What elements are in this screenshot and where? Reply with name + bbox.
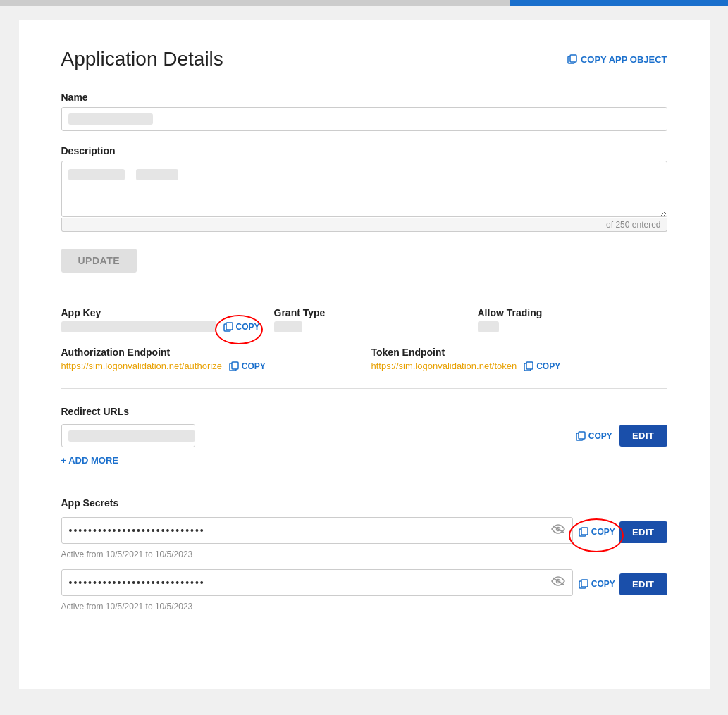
secret-2-eye-icon[interactable] [551, 576, 565, 589]
secret-1-input[interactable] [69, 518, 545, 543]
svg-rect-1 [570, 55, 576, 62]
app-info-grid: App Key COPY Grant Type [61, 307, 667, 332]
allow-trading-item: Allow Trading [478, 307, 667, 332]
secret-1-row: COPY EDIT [61, 517, 667, 547]
copy-app-object-button[interactable]: COPY APP OBJECT [567, 54, 667, 65]
svg-rect-9 [579, 432, 585, 439]
auth-endpoint-label: Authorization Endpoint [61, 347, 357, 358]
svg-rect-7 [526, 362, 533, 369]
app-secrets-section: App Secrets C [61, 480, 667, 611]
page-header: Application Details COPY APP OBJECT [61, 48, 667, 70]
auth-endpoint-item: Authorization Endpoint https://sim.logon… [61, 347, 357, 371]
desc-blurred-1 [68, 169, 125, 180]
grant-type-blurred [274, 321, 302, 332]
copy-auth-icon [229, 361, 239, 371]
edit-secret-1-button[interactable]: EDIT [619, 521, 667, 543]
svg-rect-3 [226, 323, 233, 330]
secret-1-eye-icon[interactable] [551, 524, 565, 537]
app-key-blurred [61, 321, 216, 332]
copy-token-endpoint-button[interactable]: COPY [524, 361, 560, 371]
copy-app-key-icon [223, 322, 233, 332]
token-endpoint-label: Token Endpoint [371, 347, 667, 358]
copy-app-object-icon [567, 54, 577, 64]
edit-secret-2-button[interactable]: EDIT [619, 573, 667, 595]
secret-1-actions: COPY EDIT [579, 521, 667, 543]
copy-redirect-url-button[interactable]: COPY [576, 431, 612, 441]
token-endpoint-url: https://sim.logonvalidation.net/token [371, 361, 517, 371]
description-section: Description of 250 entered [61, 145, 667, 232]
secret-2-row: COPY EDIT [61, 569, 667, 599]
copy-secret-2-button[interactable]: COPY [579, 579, 615, 589]
allow-trading-blurred [478, 321, 499, 332]
secret-1-input-wrapper [61, 517, 573, 544]
endpoint-grid: Authorization Endpoint https://sim.logon… [61, 347, 667, 371]
copy-secret-1-button[interactable]: COPY [579, 527, 615, 537]
update-button[interactable]: UPDATE [61, 249, 137, 273]
char-count: of 250 entered [61, 218, 667, 232]
app-key-section: App Key COPY Grant Type [61, 290, 667, 371]
auth-endpoint-url: https://sim.logonvalidation.net/authoriz… [61, 361, 222, 371]
add-more-redirect-button[interactable]: + ADD MORE [61, 455, 119, 466]
auth-endpoint-row: https://sim.logonvalidation.net/authoriz… [61, 361, 357, 371]
token-endpoint-item: Token Endpoint https://sim.logonvalidati… [371, 347, 667, 371]
secret-2-input-wrapper [61, 569, 573, 596]
page-title: Application Details [61, 48, 223, 70]
name-label: Name [61, 92, 667, 103]
token-endpoint-row: https://sim.logonvalidation.net/token CO… [371, 361, 667, 371]
app-secrets-label: App Secrets [61, 497, 667, 509]
svg-rect-5 [232, 362, 238, 369]
redirect-urls-section: Redirect URLs COPY EDIT + ADD MORE [61, 388, 667, 466]
copy-token-icon [524, 361, 533, 371]
copy-app-key-button[interactable]: COPY [223, 322, 260, 332]
app-key-value-row: COPY [61, 321, 260, 332]
copy-secret-2-icon [579, 579, 588, 589]
edit-redirect-url-button[interactable]: EDIT [619, 425, 667, 447]
grant-type-value-row [274, 321, 464, 332]
app-key-item: App Key COPY [61, 307, 260, 332]
secret-2-date: Active from 10/5/2021 to 10/5/2023 [61, 602, 667, 611]
secret-1-date: Active from 10/5/2021 to 10/5/2023 [61, 549, 667, 559]
grant-type-item: Grant Type [274, 307, 464, 332]
secret-2-actions: COPY EDIT [579, 573, 667, 595]
secret-2-input[interactable] [69, 570, 545, 595]
redirect-url-blurred [68, 430, 195, 442]
name-blurred-value [68, 113, 153, 125]
redirect-url-row: COPY EDIT [61, 424, 667, 447]
redirect-urls-label: Redirect URLs [61, 406, 667, 417]
allow-trading-value-row [478, 321, 667, 332]
copy-redirect-icon [576, 431, 586, 441]
copy-auth-endpoint-button[interactable]: COPY [229, 361, 266, 371]
allow-trading-label: Allow Trading [478, 307, 667, 318]
copy-secret-1-icon [579, 527, 588, 537]
svg-rect-13 [581, 528, 588, 535]
description-label: Description [61, 145, 667, 156]
grant-type-label: Grant Type [274, 307, 464, 318]
name-section: Name [61, 92, 667, 131]
desc-blurred-2 [136, 169, 178, 180]
svg-rect-17 [581, 580, 588, 587]
app-key-label: App Key [61, 307, 260, 318]
